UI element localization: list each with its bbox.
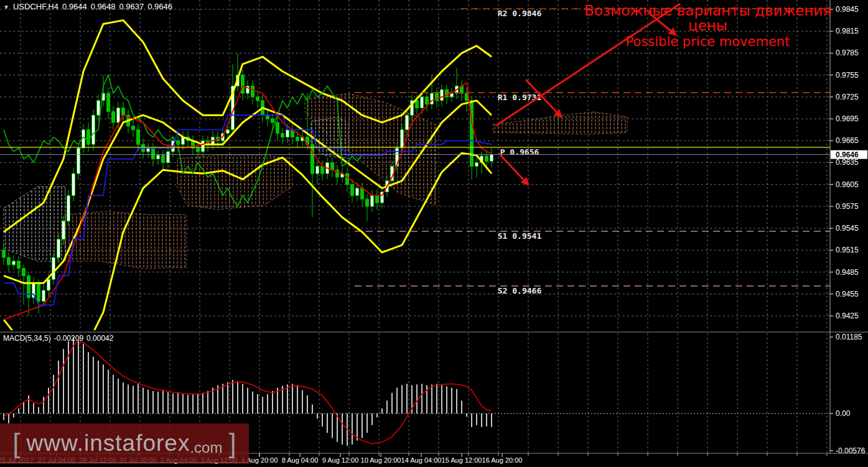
pivot-label-p: P 0.9656 [500,147,539,157]
macd-tick: -0.00576 [836,446,866,455]
annotation-text-russian: Возможные варианты движения цены [576,3,840,33]
macd-indicator-label: MACD(5,34,5)-0.002090.00042 [3,334,116,343]
pivot-label-r2: R2 0.9846 [498,9,542,18]
collapse-triangle-icon[interactable]: ▼ [3,4,9,11]
price-tick: 0.9425 [836,312,859,320]
price-tick: 0.9485 [836,268,859,277]
watermark-domain: www.instaforex [27,430,190,456]
pivot-label-s2: S2 0.9466 [498,286,542,295]
time-tick-label: 8 Aug 04:00 [282,456,319,464]
price-tick: 0.9455 [836,290,859,298]
macd-name: MACD(5,34,5) [3,334,51,343]
price-tick: 0.9515 [836,246,859,254]
quote-open: 0.9644 [62,2,87,11]
price-tick: 0.9665 [836,136,859,145]
macd-signal-value: 0.00042 [86,334,113,343]
ichimoku-cloud [4,93,627,269]
quote-high: 0.9648 [91,2,116,11]
price-tick: 0.9725 [836,93,859,101]
analyst-annotation: Возможные варианты движения цены Possibl… [576,3,840,49]
chart-canvas[interactable]: R2 0.9846R1 0.9731P 0.9656S1 0.9541S2 0.… [0,0,868,467]
macd-main-value: -0.00209 [54,334,83,343]
symbol-period-label: USDCHF,H4 [13,2,58,11]
price-axis[interactable]: 0.98450.98150.97850.97550.97250.96950.96… [830,5,867,455]
instaforex-watermark: [ www.instaforex .com ] [0,423,249,463]
watermark-bracket-close: ] [228,428,236,459]
price-tick: 0.9575 [836,202,859,211]
price-tick: 0.9695 [836,114,859,123]
time-tick-label: 9 Aug 12:00 [322,456,359,464]
price-chart [2,21,628,360]
time-tick-label: 16 Aug 20:00 [482,456,523,464]
price-tick: 0.9785 [836,49,859,57]
watermark-tld: .com [190,439,222,456]
price-tick: 0.9545 [836,224,859,233]
macd-tick: 0.00 [836,409,851,418]
time-tick-label: 14 Aug 04:00 [401,456,442,464]
price-tick: 0.9605 [836,180,859,189]
chart-title-bar: ▼USDCHF,H40.96440.96480.96370.9646 [3,2,176,11]
price-tick: 0.9755 [836,71,859,80]
current-price-value: 0.9646 [836,150,859,159]
time-tick-label: 10 Aug 20:00 [361,456,401,464]
mt4-chart-window: R2 0.9846R1 0.9731P 0.9656S1 0.9541S2 0.… [0,0,868,467]
price-tick: 0.9635 [836,158,859,167]
quote-low: 0.9637 [119,2,144,11]
watermark-bracket-open: [ [12,428,20,459]
pivot-label-s1: S1 0.9541 [498,231,542,241]
macd-tick: 0.01185 [836,333,862,341]
annotation-text-english: Possible price movement [576,35,840,49]
quote-close: 0.9646 [147,2,172,11]
time-tick-label: 15 Aug 12:00 [442,456,482,464]
